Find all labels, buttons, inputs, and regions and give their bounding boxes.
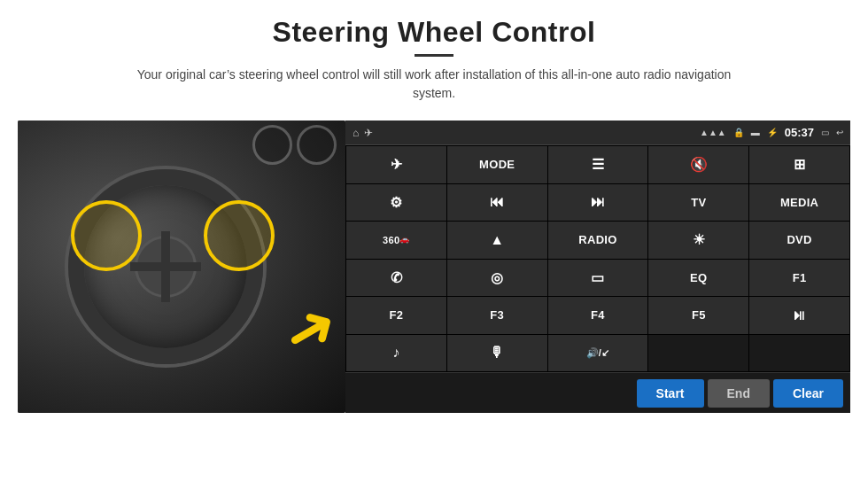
mic-btn[interactable]: 🎙 <box>447 335 547 372</box>
gauge-right <box>297 125 337 165</box>
eq-btn[interactable]: EQ <box>648 260 748 297</box>
360-btn[interactable]: 360🚗 <box>346 222 446 259</box>
playpause-btn[interactable]: ⏯ <box>749 297 849 334</box>
page-wrapper: Steering Wheel Control Your original car… <box>0 0 868 482</box>
empty-btn-1 <box>648 335 748 372</box>
radio-btn[interactable]: RADIO <box>548 222 648 259</box>
next-btn[interactable]: ⏭ <box>548 184 648 222</box>
status-left: ⌂ ✈ <box>353 127 373 139</box>
f1-btn[interactable]: F1 <box>749 260 849 297</box>
wifi-icon: ▲▲▲ <box>700 128 726 137</box>
status-right: ▲▲▲ 🔒 ▬ ⚡ 05:37 ▭ ↩ <box>700 126 843 139</box>
back-icon-status: ↩ <box>836 128 843 137</box>
music-btn[interactable]: ♪ <box>346 335 446 372</box>
dvd-btn[interactable]: DVD <box>749 222 849 259</box>
steering-bg: ➜ <box>18 120 345 413</box>
wheel-center <box>135 236 197 298</box>
nav-btn[interactable]: ✈ <box>346 146 446 183</box>
status-time: 05:37 <box>785 126 814 139</box>
home-icon: ⌂ <box>353 127 359 139</box>
steering-wheel-image: ➜ <box>18 120 345 413</box>
content-area: ➜ ⌂ ✈ ▲▲▲ 🔒 ▬ ⚡ 05:37 ▭ ↩ <box>18 120 850 413</box>
lock-icon: 🔒 <box>733 128 744 137</box>
status-bar: ⌂ ✈ ▲▲▲ 🔒 ▬ ⚡ 05:37 ▭ ↩ <box>345 120 850 145</box>
yellow-arrow: ➜ <box>272 289 345 369</box>
brightness-btn[interactable]: ☀ <box>648 222 748 259</box>
volume-call-btn[interactable]: 🔊/↙ <box>548 335 648 372</box>
media-btn[interactable]: MEDIA <box>749 184 849 222</box>
title-divider <box>415 54 453 57</box>
eject-btn[interactable]: ▲ <box>447 222 547 259</box>
apps-btn[interactable]: ⊞ <box>749 146 849 183</box>
f3-btn[interactable]: F3 <box>447 297 547 334</box>
nav-arrow-icon: ✈ <box>364 127 373 139</box>
sd-icon: ▬ <box>751 128 760 137</box>
empty-btn-2 <box>749 335 849 372</box>
page-title: Steering Wheel Control <box>124 16 744 49</box>
f5-btn[interactable]: F5 <box>648 297 748 334</box>
page-subtitle: Your original car’s steering wheel contr… <box>124 66 744 103</box>
screen-icon-status: ▭ <box>821 128 829 137</box>
end-button[interactable]: End <box>708 379 770 408</box>
highlight-circle-left <box>71 200 142 271</box>
bt-icon: ⚡ <box>767 128 778 137</box>
wheel-spoke-v <box>161 231 170 302</box>
prev-btn[interactable]: ⏮ <box>447 184 547 222</box>
f4-btn[interactable]: F4 <box>548 297 648 334</box>
button-grid: ✈ MODE ☰ 🔇 ⊞ ⚙ ⏮ ⏭ TV MEDIA 360🚗 ▲ RADIO… <box>345 145 850 372</box>
clear-button[interactable]: Clear <box>773 379 843 408</box>
web-btn[interactable]: ◎ <box>447 260 547 297</box>
title-section: Steering Wheel Control Your original car… <box>124 16 744 103</box>
gauge-left <box>252 125 292 165</box>
menu-btn[interactable]: ☰ <box>548 146 648 183</box>
phone-btn[interactable]: ✆ <box>346 260 446 297</box>
radio-panel: ⌂ ✈ ▲▲▲ 🔒 ▬ ⚡ 05:37 ▭ ↩ ✈ MODE ☰ <box>345 120 850 413</box>
bottom-bar: Start End Clear <box>345 372 850 413</box>
mute-btn[interactable]: 🔇 <box>648 146 748 183</box>
start-button[interactable]: Start <box>637 379 704 408</box>
f2-btn[interactable]: F2 <box>346 297 446 334</box>
highlight-circle-right <box>204 200 275 271</box>
mode-btn[interactable]: MODE <box>447 146 547 183</box>
settings-btn[interactable]: ⚙ <box>346 184 446 222</box>
screen-btn[interactable]: ▭ <box>548 260 648 297</box>
dashboard-gauges <box>252 125 341 169</box>
tv-btn[interactable]: TV <box>648 184 748 222</box>
